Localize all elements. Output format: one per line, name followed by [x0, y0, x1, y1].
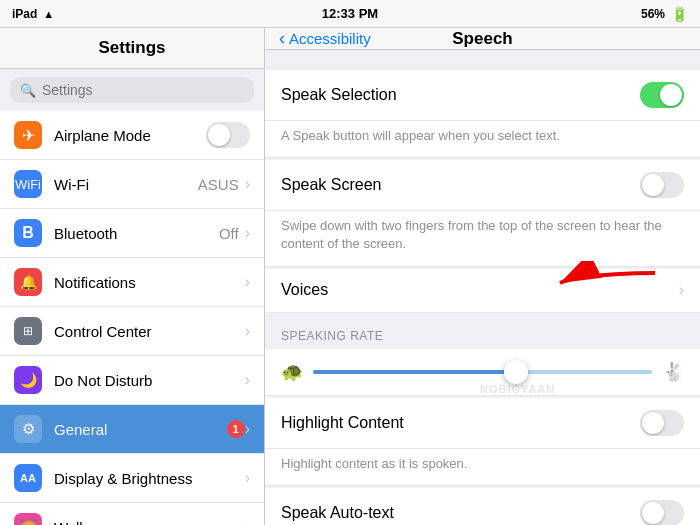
- voices-chevron-icon: ›: [679, 281, 684, 299]
- back-link[interactable]: ‹ Accessibility: [279, 28, 371, 49]
- speak-selection-label: Speak Selection: [281, 86, 640, 104]
- sidebar-item-label: Bluetooth: [54, 225, 219, 242]
- sidebar-item-label: Do Not Disturb: [54, 372, 245, 389]
- airplane-toggle[interactable]: [206, 122, 250, 148]
- sidebar-item-wallpaper[interactable]: 🌄 Wallpaper ›: [0, 503, 264, 525]
- speak-selection-desc: A Speak button will appear when you sele…: [265, 121, 700, 158]
- search-input[interactable]: [42, 82, 244, 98]
- slow-turtle-icon: 🐢: [281, 361, 303, 383]
- chevron-right-icon: ›: [245, 175, 250, 193]
- sidebar-item-label: Display & Brightness: [54, 470, 245, 487]
- sidebar-item-label: General: [54, 421, 221, 438]
- bluetooth-icon: B: [14, 219, 42, 247]
- sidebar-title: Settings: [0, 28, 264, 69]
- speak-screen-label: Speak Screen: [281, 176, 640, 194]
- chevron-right-icon: ›: [245, 224, 250, 242]
- airplane-icon: ✈: [14, 121, 42, 149]
- highlight-content-group: Highlight Content Highlight content as i…: [265, 398, 700, 486]
- slider-fill: [313, 370, 516, 374]
- back-label[interactable]: Accessibility: [289, 30, 371, 47]
- status-bar: iPad ▲ 12:33 PM 56% 🔋: [0, 0, 700, 28]
- speaking-rate-section: SPEAKING RATE 🐢 🐇: [265, 315, 700, 396]
- sidebar-item-label: Control Center: [54, 323, 245, 340]
- sidebar-item-notifications[interactable]: 🔔 Notifications ›: [0, 258, 264, 307]
- speak-screen-row[interactable]: Speak Screen: [265, 160, 700, 211]
- sidebar-item-general[interactable]: ⚙ General 1 ›: [0, 405, 264, 454]
- battery-icon: 🔋: [671, 6, 688, 22]
- notifications-icon: 🔔: [14, 268, 42, 296]
- highlight-content-toggle[interactable]: [640, 410, 684, 436]
- chevron-right-icon: ›: [245, 322, 250, 340]
- chevron-right-icon: ›: [245, 273, 250, 291]
- slider-thumb[interactable]: [504, 360, 528, 384]
- speak-auto-text-row[interactable]: Speak Auto-text: [265, 488, 700, 525]
- speak-screen-group: Speak Screen Swipe down with two fingers…: [265, 160, 700, 266]
- highlight-content-desc: Highlight content as it is spoken.: [265, 449, 700, 486]
- speak-screen-toggle[interactable]: [640, 172, 684, 198]
- voices-label: Voices: [281, 281, 679, 299]
- status-right: 56% 🔋: [641, 6, 688, 22]
- sidebar-item-display-brightness[interactable]: AA Display & Brightness ›: [0, 454, 264, 503]
- chevron-right-icon: ›: [245, 371, 250, 389]
- speaking-rate-slider-track[interactable]: [313, 370, 652, 374]
- battery-percent: 56%: [641, 7, 665, 21]
- wifi-setting-icon: WiFi: [14, 170, 42, 198]
- control-center-icon: ⊞: [14, 317, 42, 345]
- voices-group: Voices ›: [265, 269, 700, 313]
- wifi-value: ASUS: [198, 176, 239, 193]
- highlight-content-row[interactable]: Highlight Content: [265, 398, 700, 449]
- status-time: 12:33 PM: [322, 6, 378, 21]
- chevron-right-icon: ›: [245, 469, 250, 487]
- content-panel: ‹ Accessibility Speech Speak Selection A…: [265, 28, 700, 525]
- back-chevron-icon: ‹: [279, 28, 285, 49]
- speak-selection-row[interactable]: Speak Selection: [265, 70, 700, 121]
- fast-rabbit-icon: 🐇: [662, 361, 684, 383]
- wallpaper-icon: 🌄: [14, 513, 42, 525]
- content-header: ‹ Accessibility Speech: [265, 28, 700, 50]
- bluetooth-value: Off: [219, 225, 239, 242]
- sidebar-item-label: Airplane Mode: [54, 127, 206, 144]
- general-icon: ⚙: [14, 415, 42, 443]
- slider-group: 🐢 🐇: [265, 349, 700, 396]
- slider-row[interactable]: 🐢 🐇: [265, 349, 700, 396]
- content-title: Speech: [452, 29, 512, 49]
- sidebar-items-list: ✈ Airplane Mode WiFi Wi-Fi ASUS › B Blue…: [0, 111, 264, 525]
- speaking-rate-header: SPEAKING RATE: [265, 315, 700, 349]
- highlight-content-label: Highlight Content: [281, 414, 640, 432]
- speak-auto-text-group: Speak Auto-text Automatically speak auto…: [265, 488, 700, 525]
- search-bar-container: 🔍: [0, 69, 264, 111]
- sidebar-item-wifi[interactable]: WiFi Wi-Fi ASUS ›: [0, 160, 264, 209]
- sidebar-item-label: Notifications: [54, 274, 245, 291]
- chevron-right-icon: ›: [245, 518, 250, 525]
- sidebar: Settings 🔍 ✈ Airplane Mode WiFi Wi-Fi AS…: [0, 28, 265, 525]
- speak-selection-toggle[interactable]: [640, 82, 684, 108]
- display-icon: AA: [14, 464, 42, 492]
- sidebar-item-bluetooth[interactable]: B Bluetooth Off ›: [0, 209, 264, 258]
- main-layout: Settings 🔍 ✈ Airplane Mode WiFi Wi-Fi AS…: [0, 28, 700, 525]
- wifi-icon: ▲: [43, 8, 54, 20]
- speak-selection-group: Speak Selection A Speak button will appe…: [265, 70, 700, 158]
- general-badge: 1: [227, 420, 245, 438]
- content-body: Speak Selection A Speak button will appe…: [265, 50, 700, 525]
- speak-auto-text-label: Speak Auto-text: [281, 504, 640, 522]
- search-icon: 🔍: [20, 83, 36, 98]
- sidebar-item-do-not-disturb[interactable]: 🌙 Do Not Disturb ›: [0, 356, 264, 405]
- sidebar-item-airplane[interactable]: ✈ Airplane Mode: [0, 111, 264, 160]
- speak-screen-desc: Swipe down with two fingers from the top…: [265, 211, 700, 266]
- status-left: iPad ▲: [12, 7, 54, 21]
- sidebar-item-label: Wi-Fi: [54, 176, 198, 193]
- search-input-wrap[interactable]: 🔍: [10, 77, 254, 103]
- voices-row[interactable]: Voices ›: [265, 269, 700, 313]
- chevron-right-icon: ›: [245, 420, 250, 438]
- sidebar-item-control-center[interactable]: ⊞ Control Center ›: [0, 307, 264, 356]
- ipad-label: iPad: [12, 7, 37, 21]
- speak-auto-text-toggle[interactable]: [640, 500, 684, 525]
- sidebar-item-label: Wallpaper: [54, 519, 245, 526]
- do-not-disturb-icon: 🌙: [14, 366, 42, 394]
